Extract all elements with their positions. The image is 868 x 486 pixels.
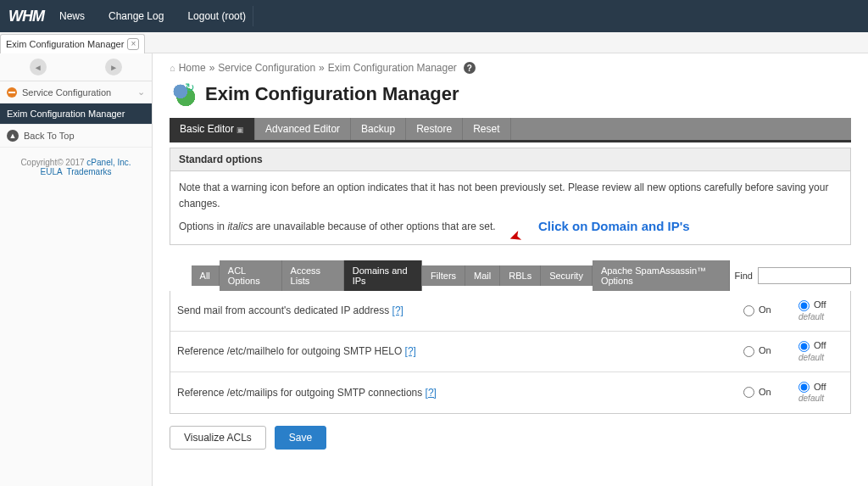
note-text: Options in bbox=[179, 221, 227, 232]
otab-mail[interactable]: Mail bbox=[465, 265, 500, 286]
sidebar-footer: Copyright© 2017 cPanel, Inc. EULA Tradem… bbox=[0, 151, 152, 183]
radio-text: Off bbox=[814, 299, 826, 310]
help-icon[interactable]: ? bbox=[464, 62, 476, 74]
option-desc: Send mail from account's dedicated IP ad… bbox=[170, 296, 740, 325]
otab-spamassassin[interactable]: Apache SpamAssassin™ Options bbox=[593, 260, 730, 291]
editor-tabs: Basic Editor▣ Advanced Editor Backup Res… bbox=[170, 118, 851, 140]
otab-domains-ips[interactable]: Domains and IPs bbox=[344, 260, 422, 291]
nav-news[interactable]: News bbox=[56, 5, 88, 27]
close-icon[interactable]: × bbox=[127, 38, 139, 50]
radio-on-label[interactable]: On bbox=[743, 304, 771, 315]
home-icon: ⌂ bbox=[170, 63, 175, 73]
sidebar: ◄ ► Service Configuration ⌄ Exim Configu… bbox=[0, 53, 153, 486]
save-button[interactable]: Save bbox=[275, 426, 326, 450]
radio-off-label[interactable]: Off bbox=[798, 382, 826, 392]
panel-heading: Standard options bbox=[170, 148, 850, 171]
tab-label: Basic Editor bbox=[180, 123, 234, 135]
cpanel-link[interactable]: cPanel, Inc. bbox=[86, 158, 131, 167]
nav-separator bbox=[253, 6, 253, 26]
sidebar-item-back-to-top[interactable]: ▲ Back To Top bbox=[0, 125, 152, 148]
option-desc-text: Reference /etc/mailhelo for outgoing SMT… bbox=[177, 345, 402, 357]
default-label: default bbox=[798, 312, 824, 321]
find-label: Find bbox=[730, 271, 758, 281]
help-link[interactable]: [?] bbox=[392, 304, 403, 316]
radio-text: Off bbox=[814, 382, 826, 392]
sidebar-item-label: Service Configuration bbox=[22, 87, 111, 98]
breadcrumb-current: Exim Configuration Manager bbox=[328, 62, 457, 74]
otab-filters[interactable]: Filters bbox=[422, 265, 465, 286]
radio-on[interactable] bbox=[743, 305, 754, 316]
default-label: default bbox=[798, 353, 824, 362]
breadcrumb-service-config[interactable]: Service Configuration bbox=[218, 62, 315, 74]
option-desc: Reference /etc/mailips for outgoing SMTP… bbox=[170, 378, 740, 407]
nav-prev-icon[interactable]: ◄ bbox=[30, 59, 47, 75]
radio-off[interactable] bbox=[798, 382, 810, 393]
radio-on-label[interactable]: On bbox=[743, 345, 771, 355]
otab-all[interactable]: All bbox=[192, 265, 220, 286]
tab-restore[interactable]: Restore bbox=[406, 118, 463, 140]
breadcrumb: ⌂ Home » Service Configuration » Exim Co… bbox=[153, 53, 868, 77]
radio-off[interactable] bbox=[798, 300, 810, 311]
page-title-row: Exim Configuration Manager bbox=[153, 77, 868, 118]
top-nav: News Change Log Logout (root) bbox=[56, 5, 249, 27]
annotation-text: Click on Domain and IP's bbox=[538, 219, 690, 233]
breadcrumb-sep: » bbox=[319, 62, 325, 74]
option-tabs: All ACL Options Access Lists Domains and… bbox=[170, 260, 851, 291]
tab-backup[interactable]: Backup bbox=[351, 118, 406, 140]
radio-on[interactable] bbox=[743, 346, 754, 357]
open-tab-exim[interactable]: Exim Configuration Manager × bbox=[0, 34, 145, 53]
nav-next-icon[interactable]: ► bbox=[105, 59, 122, 75]
option-row: Reference /etc/mailips for outgoing SMTP… bbox=[170, 372, 850, 413]
bottom-actions: Visualize ACLs Save bbox=[170, 426, 851, 450]
radio-off-label[interactable]: Off bbox=[798, 299, 826, 310]
tab-advanced-editor[interactable]: Advanced Editor bbox=[255, 118, 351, 140]
radio-text: On bbox=[759, 345, 771, 355]
note-text: are unavailable because of other options… bbox=[253, 221, 495, 232]
option-on: On bbox=[740, 382, 795, 404]
tab-basic-editor[interactable]: Basic Editor▣ bbox=[170, 118, 255, 140]
external-icon: ▣ bbox=[236, 126, 244, 134]
nav-changelog[interactable]: Change Log bbox=[105, 5, 167, 27]
open-tab-label: Exim Configuration Manager bbox=[6, 39, 124, 49]
find-input[interactable] bbox=[758, 267, 851, 284]
option-on: On bbox=[740, 340, 795, 362]
eula-link[interactable]: EULA bbox=[41, 167, 63, 176]
otab-rbls[interactable]: RBLs bbox=[500, 265, 541, 286]
visualize-acls-button[interactable]: Visualize ACLs bbox=[170, 426, 266, 450]
sidebar-nav-arrows: ◄ ► bbox=[0, 53, 152, 81]
radio-text: On bbox=[759, 304, 771, 315]
otab-access-lists[interactable]: Access Lists bbox=[282, 260, 344, 291]
breadcrumb-home[interactable]: Home bbox=[179, 62, 206, 74]
topbar: WHM News Change Log Logout (root) bbox=[0, 0, 868, 32]
radio-text: Off bbox=[814, 340, 826, 350]
otab-security[interactable]: Security bbox=[541, 265, 593, 286]
radio-off-label[interactable]: Off bbox=[798, 340, 826, 350]
options-table: Send mail from account's dedicated IP ad… bbox=[170, 291, 851, 414]
radio-off[interactable] bbox=[798, 341, 810, 352]
sidebar-item-service-configuration[interactable]: Service Configuration ⌄ bbox=[0, 81, 152, 103]
editor-tabs-underline bbox=[170, 140, 851, 142]
note-line-1: Note that a warning icon before an optio… bbox=[179, 180, 842, 212]
chevron-down-icon: ⌄ bbox=[137, 87, 145, 98]
option-desc-text: Send mail from account's dedicated IP ad… bbox=[177, 304, 389, 316]
option-row: Send mail from account's dedicated IP ad… bbox=[170, 291, 850, 332]
help-link[interactable]: [?] bbox=[405, 345, 416, 357]
note-italics: italics bbox=[227, 221, 253, 232]
radio-text: On bbox=[759, 387, 771, 397]
otab-acl-options[interactable]: ACL Options bbox=[220, 260, 282, 291]
nav-logout[interactable]: Logout (root) bbox=[184, 5, 249, 27]
arrow-up-icon: ▲ bbox=[7, 130, 19, 142]
sidebar-item-label: Back To Top bbox=[24, 131, 75, 141]
option-off: Off default bbox=[795, 335, 850, 367]
tab-reset[interactable]: Reset bbox=[463, 118, 510, 140]
sidebar-item-exim-config[interactable]: Exim Configuration Manager bbox=[0, 103, 152, 125]
radio-on[interactable] bbox=[743, 387, 754, 398]
option-row: Reference /etc/mailhelo for outgoing SMT… bbox=[170, 332, 850, 372]
radio-on-label[interactable]: On bbox=[743, 387, 771, 397]
option-desc-text: Reference /etc/mailips for outgoing SMTP… bbox=[177, 387, 422, 399]
default-label: default bbox=[798, 394, 824, 403]
trademarks-link[interactable]: Trademarks bbox=[66, 167, 111, 176]
option-desc: Reference /etc/mailhelo for outgoing SMT… bbox=[170, 337, 740, 366]
logo: WHM bbox=[8, 8, 44, 25]
help-link[interactable]: [?] bbox=[426, 387, 437, 399]
